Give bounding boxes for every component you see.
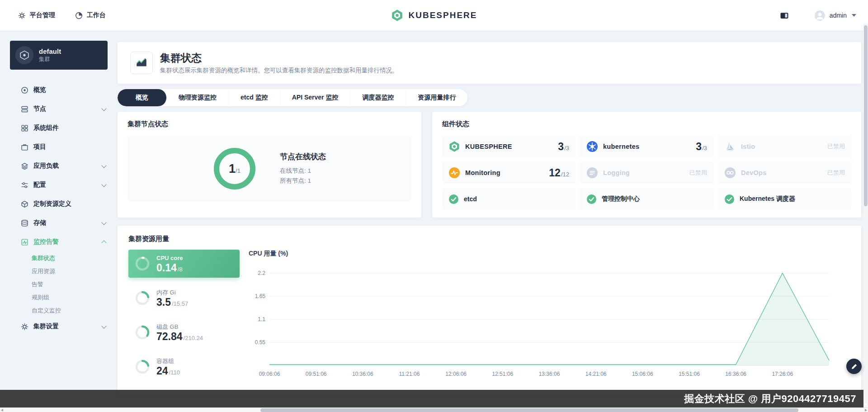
status-cards-row: 集群节点状态 1 /1 节点在线状态 在线节点: 1 所有节点: 1 — [118, 112, 861, 218]
tab-4[interactable]: 调度器监控 — [350, 89, 406, 106]
resource-usage-title: 集群资源用量 — [128, 235, 850, 243]
vertical-scrollbar[interactable] — [863, 24, 868, 407]
config-icon — [21, 181, 28, 189]
sidebar-item-0[interactable]: 概览 — [0, 81, 118, 99]
cpu-usage-line-chart: 0.551.11.652.209:06:0609:51:0610:36:0611… — [249, 260, 836, 381]
component-item-4[interactable]: Logging已禁用 — [580, 162, 713, 184]
tab-0[interactable]: 概览 — [118, 89, 167, 106]
node-online-count: 在线节点: 1 — [280, 166, 326, 176]
metric-value: 0.14 — [156, 262, 177, 274]
component-item-1[interactable]: kubernetes3/3 — [580, 136, 713, 157]
horizontal-scrollbar[interactable] — [0, 407, 868, 412]
sidebar-item-8[interactable]: 监控告警 — [0, 232, 118, 251]
component-count: 3/3 — [558, 141, 569, 153]
user-menu[interactable]: admin — [814, 10, 856, 21]
metric-tile-0[interactable]: CPU core0.14/8 — [128, 250, 240, 278]
component-item-5[interactable]: DevOps已禁用 — [718, 162, 851, 184]
chevron-down-icon — [101, 163, 106, 168]
cluster-type: 集群 — [39, 56, 61, 63]
top-nav: 平台管理 工作台 KUBESPHERE admin — [0, 0, 868, 31]
usage-ring-icon — [134, 359, 151, 375]
svg-text:1.1: 1.1 — [258, 316, 265, 322]
workbench-label: 工作台 — [87, 11, 106, 19]
usage-metrics: CPU core0.14/8内存 Gi3.5/15.57磁盘 GB72.84/2… — [128, 250, 240, 387]
svg-text:12:06:06: 12:06:06 — [445, 371, 467, 377]
platform-management-button[interactable]: 平台管理 — [18, 11, 55, 19]
panel-toggle-icon[interactable] — [780, 12, 789, 19]
scroll-left-arrow-icon[interactable] — [1, 409, 3, 412]
component-check-label: etcd — [464, 195, 477, 203]
sidebar-subitem-8-0[interactable]: 集群状态 — [0, 251, 118, 265]
sidebar-item-label: 项目 — [33, 143, 46, 151]
sidebar-subitem-8-3[interactable]: 规则组 — [0, 291, 118, 304]
cluster-selector[interactable]: default 集群 — [10, 41, 108, 70]
metric-total: /110 — [169, 369, 180, 376]
component-check-0[interactable]: etcd — [442, 188, 576, 210]
metric-tile-2[interactable]: 磁盘 GB72.84/210.24 — [128, 318, 240, 346]
sidebar-item-4[interactable]: 应用负载 — [0, 156, 118, 175]
scroll-right-arrow-icon[interactable] — [865, 409, 867, 412]
svg-text:09:06:06: 09:06:06 — [259, 371, 280, 377]
sidebar-item-9[interactable]: 集群设置 — [0, 317, 118, 336]
workbench-button[interactable]: 工作台 — [75, 11, 106, 19]
logging-icon — [586, 167, 598, 179]
component-name: KUBESPHERE — [465, 143, 512, 150]
component-name: DevOps — [741, 169, 767, 176]
sidebar-item-2[interactable]: 系统组件 — [0, 118, 118, 137]
check-icon — [448, 194, 459, 204]
feedback-fab[interactable] — [846, 359, 862, 374]
crd-icon — [21, 200, 28, 208]
node-donut-label: 1 /1 — [213, 147, 256, 190]
tab-2[interactable]: etcd 监控 — [229, 89, 280, 106]
monitoring-icon — [21, 238, 28, 246]
component-item-0[interactable]: KUBESPHERE3/3 — [442, 136, 576, 157]
vertical-scrollbar-thumb[interactable] — [864, 25, 868, 206]
metric-total: /210.24 — [184, 335, 203, 341]
sidebar-subitem-8-4[interactable]: 自定义监控 — [0, 304, 118, 317]
tab-1[interactable]: 物理资源监控 — [167, 89, 229, 106]
kubernetes-icon — [586, 141, 598, 152]
node-status-panel: 1 /1 节点在线状态 在线节点: 1 所有节点: 1 — [127, 136, 411, 202]
component-check-label: 管理控制中心 — [602, 195, 640, 203]
sidebar-item-7[interactable]: 存储 — [0, 213, 118, 232]
metric-value: 3.5 — [156, 296, 171, 308]
devops-icon — [724, 167, 736, 179]
pencil-icon — [851, 363, 858, 370]
svg-text:0.55: 0.55 — [255, 339, 266, 346]
component-check-label: Kubernetes 调度器 — [740, 195, 795, 203]
metric-name: 磁盘 GB — [156, 323, 203, 331]
sidebar-subitem-8-2[interactable]: 告警 — [0, 278, 118, 291]
component-count: 3/3 — [696, 141, 707, 153]
svg-text:1.65: 1.65 — [255, 293, 266, 299]
metric-tile-3[interactable]: 容器组24/110 — [128, 353, 240, 381]
component-item-2[interactable]: Istio已禁用 — [718, 136, 851, 157]
tab-3[interactable]: API Server 监控 — [280, 89, 351, 106]
component-check-2[interactable]: Kubernetes 调度器 — [718, 188, 851, 210]
sidebar-item-5[interactable]: 配置 — [0, 175, 118, 194]
sidebar-item-3[interactable]: 项目 — [0, 137, 118, 156]
kubesphere-logo[interactable]: KUBESPHERE — [391, 9, 477, 22]
kubesphere-icon — [448, 141, 460, 152]
watermark-text: 掘金技术社区 @ 用户9204427719457 — [684, 392, 856, 406]
tab-bar: 概览物理资源监控etcd 监控API Server 监控调度器监控资源用量排行 — [118, 89, 467, 106]
horizontal-scrollbar-thumb[interactable] — [260, 408, 798, 412]
sidebar-item-6[interactable]: 定制资源定义 — [0, 194, 118, 213]
sidebar-item-label: 配置 — [33, 181, 46, 189]
monitoring-colored-icon — [448, 167, 460, 179]
check-icon — [724, 194, 735, 204]
tab-5[interactable]: 资源用量排行 — [406, 89, 467, 106]
chevron-down-icon — [101, 220, 106, 225]
component-status: 已禁用 — [689, 169, 707, 177]
sidebar-item-1[interactable]: 节点 — [0, 99, 118, 118]
component-check-1[interactable]: 管理控制中心 — [580, 188, 713, 210]
svg-text:17:26:06: 17:26:06 — [772, 371, 793, 377]
metric-tile-1[interactable]: 内存 Gi3.5/15.57 — [128, 284, 240, 312]
svg-text:15:51:06: 15:51:06 — [679, 371, 700, 377]
scroll-down-arrow-icon[interactable] — [864, 404, 867, 406]
page-title: 集群状态 — [160, 52, 398, 64]
component-item-3[interactable]: Monitoring12/12 — [442, 162, 576, 184]
sidebar-item-label: 系统组件 — [33, 124, 59, 132]
page-header-card: 集群状态 集群状态展示集群资源的概览和详情。您可以查看集群资源的监控数据和用量排… — [118, 42, 861, 84]
sidebar-subitem-8-1[interactable]: 应用资源 — [0, 265, 118, 278]
brand-name: KUBESPHERE — [409, 10, 477, 20]
